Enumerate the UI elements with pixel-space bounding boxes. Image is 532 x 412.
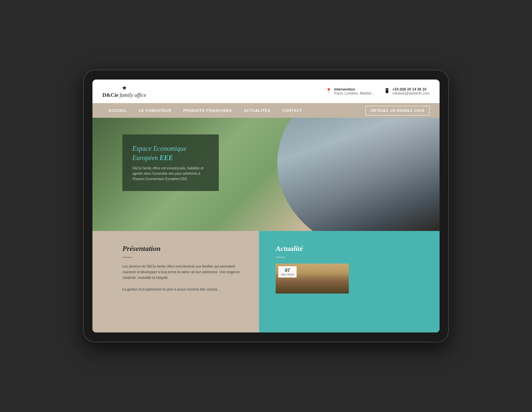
news-image: 07 Nov-2016 — [276, 264, 349, 294]
phone-contact-item: 📱 +33 (0)6 20 14 36 10 cdubois@dandcfo.c… — [384, 87, 430, 95]
star-icon: ★ — [122, 84, 127, 92]
location-value: Paris, Londres, Madrid... — [334, 91, 374, 95]
email-address[interactable]: cdubois@dandcfo.com — [392, 91, 430, 95]
nav-links: ACCUEIL LE FONDATEUR PRODUITS FINANCIERS… — [102, 103, 308, 118]
nav-link-actualites[interactable]: ACTUALITÉS — [238, 103, 276, 118]
location-icon: 📍 — [326, 88, 332, 94]
contact-info: 📍 Intervention Paris, Londres, Madrid...… — [326, 87, 430, 95]
nav-link-fondateur[interactable]: LE FONDATEUR — [133, 103, 177, 118]
presentation-title: Présentation — [122, 244, 249, 253]
nav-link-produits[interactable]: PRODUITS FINANCIERS — [177, 103, 238, 118]
hero-title-eee: EEE — [160, 154, 173, 161]
hero-title-line1: Espace Economique — [132, 145, 187, 152]
logo-area[interactable]: ★ D&Cie family office — [102, 84, 146, 98]
phone-number[interactable]: +33 (0)6 20 14 36 10 — [392, 87, 430, 91]
bottom-sections: Présentation Les services de D&Cie famil… — [92, 231, 440, 332]
news-date-badge: 07 Nov-2016 — [278, 266, 297, 278]
phone-text: +33 (0)6 20 14 36 10 cdubois@dandcfo.com — [392, 87, 430, 95]
location-label: Intervention — [334, 87, 374, 91]
nav-link-accueil[interactable]: ACCUEIL — [102, 103, 133, 118]
nav-link-contact[interactable]: CONTACT — [276, 103, 308, 118]
phone-icon: 📱 — [384, 88, 390, 94]
presentation-text-2: La gestion d'un patrimoine ne peut à auc… — [122, 287, 249, 292]
tablet-frame: ★ D&Cie family office 📍 Intervention Par… — [83, 70, 449, 342]
hero-title: Espace Economique Européen EEE — [132, 144, 209, 162]
hero-content-box: Espace Economique Européen EEE D&Cie fam… — [122, 134, 219, 191]
rendez-vous-button[interactable]: OBTENEZ UN RENDEZ-VOUS — [365, 106, 430, 115]
nav-bar: ACCUEIL LE FONDATEUR PRODUITS FINANCIERS… — [92, 103, 440, 118]
news-date-month: Nov-2016 — [281, 273, 294, 276]
location-text: Intervention Paris, Londres, Madrid... — [334, 87, 374, 95]
actualite-title: Actualité — [276, 244, 430, 253]
presentation-text-1: Les services de D&Cie family office sont… — [122, 264, 249, 281]
presentation-section: Présentation Les services de D&Cie famil… — [92, 231, 259, 332]
location-contact-item: 📍 Intervention Paris, Londres, Madrid... — [326, 87, 374, 95]
presentation-divider — [122, 257, 132, 258]
actualite-section: Actualité 07 Nov-2016 — [259, 231, 440, 332]
logo-text: D&Cie family office — [102, 92, 146, 98]
hero-description: D&Cie family office est immatriculée, ha… — [132, 166, 209, 182]
top-bar: ★ D&Cie family office 📍 Intervention Par… — [92, 80, 440, 103]
news-date-day: 07 — [281, 268, 294, 273]
hero-title-line2: Européen — [132, 154, 158, 161]
orchestra-seats-pattern — [276, 276, 349, 294]
hero-section: Espace Economique Européen EEE D&Cie fam… — [92, 118, 440, 231]
tablet-screen: ★ D&Cie family office 📍 Intervention Par… — [92, 80, 440, 332]
actualite-divider — [276, 257, 285, 258]
news-card[interactable]: 07 Nov-2016 — [276, 264, 349, 294]
logo-brand: D&Cie — [102, 92, 118, 98]
